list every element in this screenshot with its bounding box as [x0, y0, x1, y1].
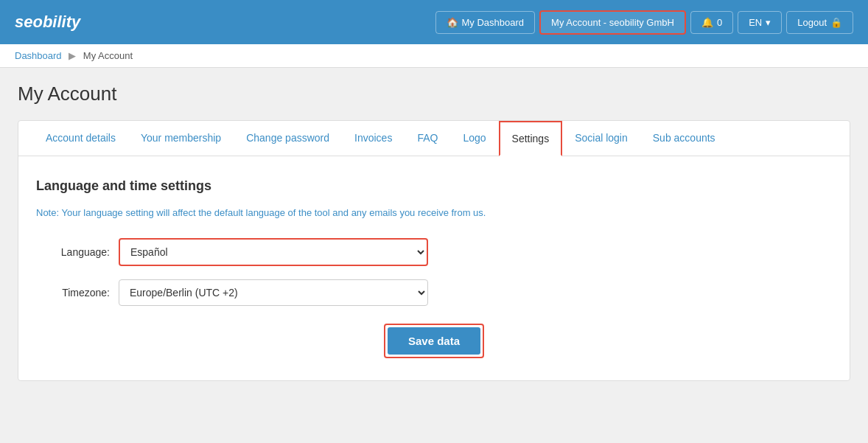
timezone-row: Timezone: Europe/Berlin (UTC +2) UTC Ame…	[36, 279, 832, 306]
tab-account-details[interactable]: Account details	[33, 121, 128, 156]
dashboard-button[interactable]: 🏠 My Dashboard	[435, 11, 536, 34]
chevron-down-icon: ▾	[766, 17, 771, 28]
breadcrumb-separator: ▶	[69, 50, 76, 61]
language-button[interactable]: EN ▾	[738, 11, 782, 34]
header-nav: 🏠 My Dashboard My Account - seobility Gm…	[435, 10, 854, 35]
tab-bar: Account details Your membership Change p…	[18, 121, 850, 156]
breadcrumb: Dashboard ▶ My Account	[0, 44, 868, 68]
tab-settings[interactable]: Settings	[499, 121, 563, 156]
tab-your-membership[interactable]: Your membership	[128, 121, 234, 156]
timezone-select[interactable]: Europe/Berlin (UTC +2) UTC America/New_Y…	[119, 279, 428, 306]
language-select[interactable]: Español English Deutsch Français Italian…	[119, 238, 428, 266]
save-button-row: Save data	[36, 324, 832, 358]
note-text: Note: Your language setting will affect …	[36, 206, 832, 220]
account-button[interactable]: My Account - seobility GmbH	[539, 10, 686, 35]
tab-faq[interactable]: FAQ	[405, 121, 450, 156]
tab-change-password[interactable]: Change password	[234, 121, 342, 156]
account-card: Account details Your membership Change p…	[18, 120, 850, 381]
save-button[interactable]: Save data	[388, 327, 480, 355]
tab-invoices[interactable]: Invoices	[342, 121, 405, 156]
section-title: Language and time settings	[36, 178, 832, 194]
breadcrumb-home[interactable]: Dashboard	[15, 50, 62, 61]
logo: seobility	[15, 13, 80, 32]
language-label: Language:	[36, 246, 110, 258]
language-row: Language: Español English Deutsch França…	[36, 238, 832, 266]
save-button-wrapper: Save data	[384, 324, 484, 358]
page-title: My Account	[18, 83, 850, 105]
logout-button[interactable]: Logout 🔒	[786, 11, 853, 34]
breadcrumb-current: My Account	[83, 50, 133, 61]
main-content: My Account Account details Your membersh…	[0, 68, 868, 396]
notification-button[interactable]: 🔔 0	[690, 11, 733, 34]
tab-social-login[interactable]: Social login	[562, 121, 640, 156]
tab-logo[interactable]: Logo	[450, 121, 498, 156]
bell-icon: 🔔	[701, 17, 713, 28]
home-icon: 🏠	[447, 17, 458, 28]
tab-sub-accounts[interactable]: Sub accounts	[640, 121, 728, 156]
settings-panel: Language and time settings Note: Your la…	[18, 156, 850, 380]
header: seobility 🏠 My Dashboard My Account - se…	[0, 0, 868, 44]
timezone-label: Timezone:	[36, 287, 110, 299]
lock-icon: 🔒	[830, 17, 842, 28]
